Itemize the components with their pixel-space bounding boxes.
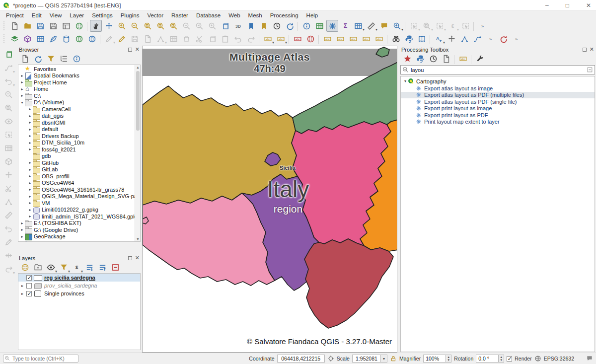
menu-item[interactable]: Help [302, 12, 322, 19]
tree-item[interactable]: ▸ foss4g_it2021 [18, 146, 135, 153]
add-wfs-layer[interactable] [86, 33, 98, 45]
expander-icon[interactable]: ▸ [27, 114, 33, 118]
tree-item[interactable]: ▸ dbsnIGMI [18, 119, 135, 126]
scroll-down-icon[interactable]: ▼ [135, 237, 141, 241]
tree-item[interactable]: ▸ VM [18, 200, 135, 207]
processing-edit-features-inplace[interactable] [457, 53, 469, 65]
tree-item[interactable]: ▸ default [18, 126, 135, 133]
expander-icon[interactable]: ▸ [19, 234, 25, 239]
vertex-tool[interactable]: ▾ [154, 33, 166, 45]
coordinate-input[interactable] [277, 355, 325, 363]
add-spatialite-layer[interactable] [47, 33, 59, 45]
toolbar-grip[interactable] [3, 21, 6, 30]
magnifier-spinner[interactable]: ▲▼ [446, 355, 451, 363]
zoom-to-layer[interactable] [167, 20, 179, 32]
add-postgis-layer[interactable] [60, 33, 72, 45]
add-curve-feature[interactable] [471, 33, 483, 45]
algorithm-item[interactable]: Export atlas layout as PDF (single file) [401, 98, 595, 105]
expander-icon[interactable]: ▸ [20, 284, 25, 288]
scale-input[interactable] [352, 355, 381, 363]
float-panel-icon[interactable] [128, 48, 132, 52]
add-group[interactable] [32, 262, 44, 274]
select-by-expression[interactable]: ▾ [447, 20, 458, 32]
select-by-value[interactable]: ▾ [421, 20, 433, 32]
map-tips[interactable] [378, 20, 390, 32]
undo[interactable] [232, 33, 244, 45]
map-region-ragusa-siracusa[interactable] [304, 239, 393, 328]
close-panel-icon[interactable]: ✕ [590, 47, 594, 52]
tree-item[interactable]: ▾ D:\ (Volume) [18, 99, 135, 106]
show-hide-labels[interactable] [334, 33, 346, 45]
rotation-input[interactable] [476, 355, 499, 363]
expander-icon[interactable]: ▸ [20, 291, 25, 296]
add-polygon-feature[interactable] [458, 33, 470, 45]
search-features[interactable]: ▾ [391, 20, 403, 32]
algorithm-group-cartography[interactable]: ▾ Cartography [401, 77, 595, 85]
close-panel-icon[interactable]: ✕ [135, 47, 140, 52]
new-project[interactable] [8, 20, 20, 32]
menu-item[interactable]: Layer [66, 12, 88, 19]
temporal-controller[interactable] [271, 20, 283, 32]
scroll-up-icon[interactable]: ▲ [135, 66, 141, 69]
regular-polygon[interactable] [2, 156, 14, 168]
expander-icon[interactable]: ▸ [27, 134, 33, 138]
vertex-editor[interactable] [2, 196, 14, 208]
move-feature[interactable] [2, 169, 14, 181]
menu-item[interactable]: Web [224, 12, 244, 19]
circle-3points[interactable] [2, 102, 14, 114]
browser-refresh[interactable] [32, 53, 44, 65]
toolbar-overflow-2[interactable] [484, 33, 496, 45]
tree-item[interactable]: ▸ Home [18, 86, 135, 93]
map-island[interactable] [376, 47, 389, 57]
remove-layer[interactable] [109, 262, 121, 274]
trim-extend[interactable] [2, 210, 14, 221]
browser-add-selected[interactable] [19, 53, 31, 65]
modify-attributes[interactable] [167, 33, 179, 45]
save-layer-edits[interactable] [129, 33, 141, 45]
layer-visibility-checkbox[interactable] [26, 291, 32, 296]
field-calculator[interactable]: ▾ [352, 20, 364, 32]
open-layer-styling[interactable] [19, 262, 31, 274]
scale-dropdown-icon[interactable]: ▾ [381, 355, 387, 363]
rectangle-extent[interactable] [2, 129, 14, 141]
locate-input[interactable] [3, 355, 78, 363]
deselect-features[interactable]: ▾ [434, 20, 446, 32]
toolbar-grip[interactable] [3, 34, 6, 43]
tree-item[interactable]: SpatiaLite [18, 240, 135, 242]
expander-icon[interactable]: ▸ [27, 127, 33, 132]
algorithm-item[interactable]: Export print layout as image [401, 105, 595, 112]
add-delimited-text-layer[interactable] [34, 33, 46, 45]
tree-item[interactable]: ▸ CameraCell [18, 106, 135, 113]
select-features[interactable]: ▾ [408, 20, 420, 32]
zoom-to-selection[interactable] [154, 20, 166, 32]
save-project[interactable] [34, 20, 46, 32]
add-feature[interactable] [142, 33, 153, 45]
add-raster-layer[interactable] [21, 33, 33, 45]
delete-selected[interactable] [180, 33, 192, 45]
processing-models[interactable] [401, 53, 413, 65]
add-wms-layer[interactable] [73, 33, 85, 45]
offset-curve[interactable] [2, 223, 14, 235]
redo[interactable] [245, 33, 257, 45]
toolbar-overflow[interactable] [476, 20, 488, 32]
lock-scale-icon[interactable] [390, 355, 397, 362]
paste-features[interactable] [219, 33, 231, 45]
menu-item[interactable]: Processing [266, 12, 302, 19]
tree-item[interactable]: ▸ dati_qgis [18, 113, 135, 120]
float-panel-icon[interactable] [128, 256, 132, 260]
measure[interactable]: ▾ [365, 20, 377, 32]
current-edits[interactable]: ▾ [103, 33, 115, 45]
minimize-button[interactable]: – [545, 2, 549, 9]
draw-spline[interactable]: ▾ [2, 75, 14, 87]
algorithm-item[interactable]: Export atlas layout as image [401, 85, 595, 92]
scrollbar-thumb[interactable] [136, 71, 140, 131]
expander-icon[interactable]: ▸ [19, 87, 25, 91]
processing-history[interactable] [427, 53, 439, 65]
close-button[interactable]: ✕ [586, 2, 591, 9]
tree-item[interactable]: gdb [18, 153, 135, 160]
tree-item[interactable]: ▸ QGIS_Mega_Material_Design_SVG-pack [18, 193, 135, 200]
toggle-editing[interactable] [116, 33, 128, 45]
rotate-feature[interactable]: ▾ [2, 263, 14, 275]
split-features[interactable] [2, 183, 14, 195]
browser-properties[interactable] [71, 53, 82, 65]
